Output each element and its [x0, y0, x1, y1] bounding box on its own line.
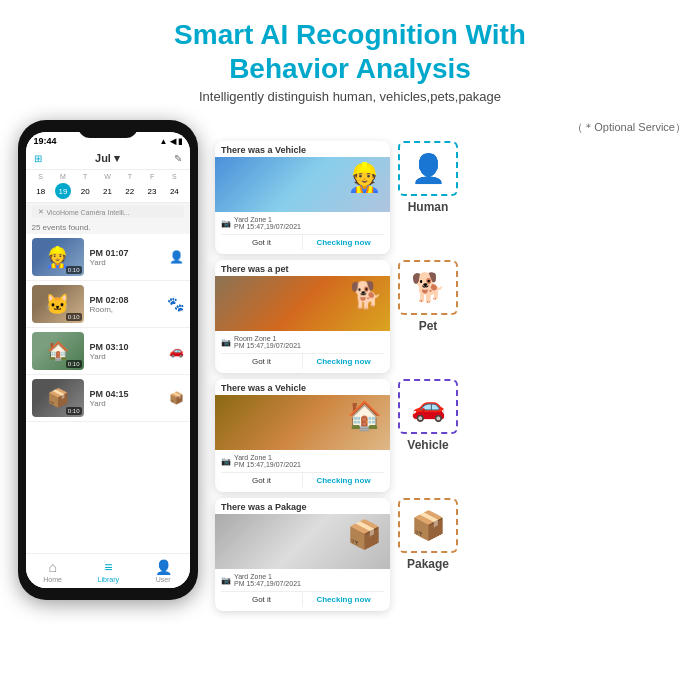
nav-library[interactable]: ≡ Library: [98, 559, 119, 583]
human-icon-frame: 👤: [398, 141, 458, 196]
vehicle2-notification: There was a Vehicle 🏠 📷 Yard Zone 1 PM 1…: [215, 379, 390, 492]
package-footer: 📷 Yard Zone 1 PM 15:47,19/07/2021 Got it…: [215, 569, 390, 611]
filter-close[interactable]: ✕: [38, 208, 44, 216]
vehicle2-footer: 📷 Yard Zone 1 PM 15:47,19/07/2021 Got it…: [215, 450, 390, 492]
vehicle2-zone: Yard Zone 1 PM 15:47,19/07/2021: [234, 454, 384, 468]
package-actions: Got it Checking now: [221, 591, 384, 607]
vehicle1-zone: Yard Zone 1 PM 15:47,19/07/2021: [234, 216, 384, 230]
phone: 19:44 ▲ ◀ ▮ ⊞ Jul ▾ ✎: [18, 120, 198, 600]
signal-icon: ▲: [160, 137, 168, 146]
event-type-icon-3: 🚗: [169, 344, 184, 358]
vehicle2-actions: Got it Checking now: [221, 472, 384, 488]
package-got-it-button[interactable]: Got it: [221, 592, 302, 607]
vehicle1-got-it-button[interactable]: Got it: [221, 235, 302, 250]
pet-zone: Room Zone 1 PM 15:47,19/07/2021: [234, 335, 384, 349]
day-21[interactable]: 21: [99, 183, 115, 199]
pet-footer: 📷 Room Zone 1 PM 15:47,19/07/2021 Got it…: [215, 331, 390, 373]
vehicle-ai-type: 🚗 Vehicle: [398, 379, 458, 452]
package-icon-frame: 📦: [398, 498, 458, 553]
vehicle1-notification: There was a Vehicle 👷 📷 Yard Zone 1 PM 1…: [215, 141, 390, 254]
pet-got-it-button[interactable]: Got it: [221, 354, 302, 369]
home-icon[interactable]: ⊞: [34, 153, 42, 164]
vehicle-icon-frame: 🚗: [398, 379, 458, 434]
event-type-icon-4: 📦: [169, 391, 184, 405]
right-panel: （＊Optional Service） There was a Vehicle …: [215, 120, 690, 611]
human-label: Human: [408, 200, 449, 214]
event-thumb-1: 👷 0:10: [32, 238, 84, 276]
vehicle2-checking-button[interactable]: Checking now: [303, 473, 384, 488]
calendar-month[interactable]: Jul ▾: [95, 152, 120, 165]
camera-icon: 📷: [221, 219, 231, 228]
pet-label: Pet: [419, 319, 438, 333]
user-nav-label: User: [156, 576, 171, 583]
vehicle2-title: There was a Vehicle: [215, 379, 390, 395]
event-info-3: PM 03:10 Yard: [90, 342, 163, 361]
library-nav-icon: ≡: [104, 559, 112, 575]
optional-label: （＊Optional Service）: [215, 120, 690, 135]
duration-4: 0:10: [66, 407, 82, 415]
day-labels: S M T W T F S: [30, 173, 186, 180]
event-info-4: PM 04:15 Yard: [90, 389, 163, 408]
list-item[interactable]: 🐱 0:10 PM 02:08 Room, 🐾: [26, 281, 190, 328]
event-location-1: Yard: [90, 258, 163, 267]
day-19[interactable]: 19: [55, 183, 71, 199]
package-icon: 📦: [411, 509, 446, 542]
row-4: There was a Pakage 📦 📷 Yard Zone 1 PM 15…: [215, 498, 690, 611]
pet-checking-button[interactable]: Checking now: [303, 354, 384, 369]
vehicle2-got-it-button[interactable]: Got it: [221, 473, 302, 488]
event-location-4: Yard: [90, 399, 163, 408]
event-type-icon-2: 🐾: [167, 296, 184, 312]
nav-user[interactable]: 👤 User: [155, 559, 172, 583]
package-checking-button[interactable]: Checking now: [303, 592, 384, 607]
edit-icon[interactable]: ✎: [174, 153, 182, 164]
package-ai-type: 📦 Pakage: [398, 498, 458, 571]
vehicle1-meta: 📷 Yard Zone 1 PM 15:47,19/07/2021: [221, 216, 384, 230]
vehicle1-image: 👷: [215, 157, 390, 212]
vehicle1-footer: 📷 Yard Zone 1 PM 15:47,19/07/2021 Got it…: [215, 212, 390, 254]
duration-1: 0:10: [66, 266, 82, 274]
package-meta: 📷 Yard Zone 1 PM 15:47,19/07/2021: [221, 573, 384, 587]
list-item[interactable]: 👷 0:10 PM 01:07 Yard 👤: [26, 234, 190, 281]
day-23[interactable]: 23: [144, 183, 160, 199]
user-nav-icon: 👤: [155, 559, 172, 575]
event-time-1: PM 01:07: [90, 248, 163, 258]
phone-time: 19:44: [34, 136, 57, 146]
nav-home[interactable]: ⌂ Home: [43, 559, 62, 583]
pet-actions: Got it Checking now: [221, 353, 384, 369]
human-icon: 👤: [411, 152, 446, 185]
vehicle1-checking-button[interactable]: Checking now: [303, 235, 384, 250]
page-header: Smart AI Recognition With Behavior Analy…: [0, 0, 700, 112]
main-content: 19:44 ▲ ◀ ▮ ⊞ Jul ▾ ✎: [0, 120, 700, 611]
vehicle-icon: 🚗: [411, 390, 446, 423]
day-20[interactable]: 20: [77, 183, 93, 199]
duration-2: 0:10: [66, 313, 82, 321]
day-22[interactable]: 22: [122, 183, 138, 199]
package-title: There was a Pakage: [215, 498, 390, 514]
event-time-3: PM 03:10: [90, 342, 163, 352]
event-thumb-3: 🏠 0:10: [32, 332, 84, 370]
library-nav-label: Library: [98, 576, 119, 583]
event-time-4: PM 04:15: [90, 389, 163, 399]
camera-icon-4: 📷: [221, 576, 231, 585]
event-list: 👷 0:10 PM 01:07 Yard 👤: [26, 234, 190, 553]
event-location-2: Room,: [90, 305, 161, 314]
package-notification: There was a Pakage 📦 📷 Yard Zone 1 PM 15…: [215, 498, 390, 611]
event-thumb-4: 📦 0:10: [32, 379, 84, 417]
list-item[interactable]: 🏠 0:10 PM 03:10 Yard 🚗: [26, 328, 190, 375]
duration-3: 0:10: [66, 360, 82, 368]
row-3: There was a Vehicle 🏠 📷 Yard Zone 1 PM 1…: [215, 379, 690, 492]
vehicle2-figure: 🏠: [347, 399, 382, 432]
day-24[interactable]: 24: [166, 183, 182, 199]
vehicle2-meta: 📷 Yard Zone 1 PM 15:47,19/07/2021: [221, 454, 384, 468]
vehicle1-title: There was a Vehicle: [215, 141, 390, 157]
phone-screen: 19:44 ▲ ◀ ▮ ⊞ Jul ▾ ✎: [26, 132, 190, 588]
list-item[interactable]: 📦 0:10 PM 04:15 Yard 📦: [26, 375, 190, 422]
filter-tag[interactable]: ✕ VicoHome Caméra Intelli...: [32, 206, 184, 218]
events-count: 25 events found.: [26, 221, 190, 234]
day-18[interactable]: 18: [33, 183, 49, 199]
vehicle-label: Vehicle: [407, 438, 448, 452]
pet-meta: 📷 Room Zone 1 PM 15:47,19/07/2021: [221, 335, 384, 349]
battery-icon: ▮: [178, 137, 182, 146]
package-zone: Yard Zone 1 PM 15:47,19/07/2021: [234, 573, 384, 587]
pet-notification: There was a pet 🐕 📷 Room Zone 1 PM 15:47…: [215, 260, 390, 373]
